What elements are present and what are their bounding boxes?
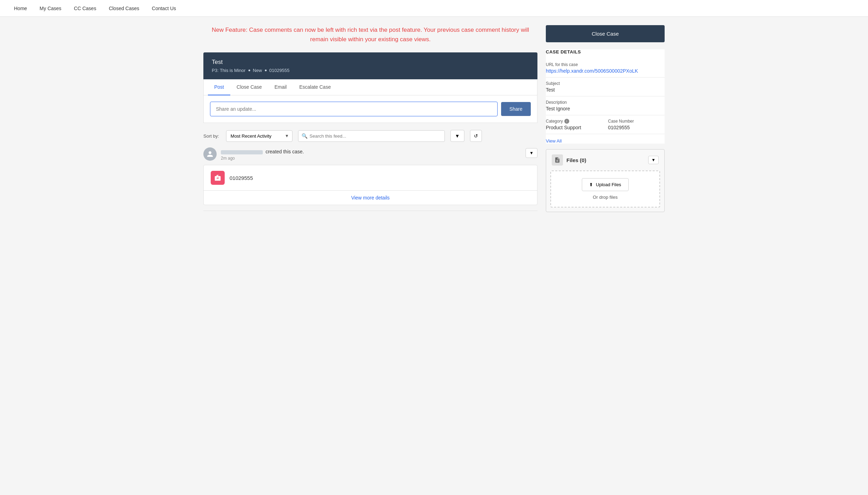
search-input[interactable] — [298, 130, 445, 142]
close-case-button[interactable]: Close Case — [546, 25, 665, 42]
search-icon: 🔍 — [302, 133, 308, 139]
page-container: New Feature: Case comments can now be le… — [189, 17, 679, 220]
subject-label: Subject — [546, 81, 665, 86]
refresh-button[interactable]: ↺ — [470, 130, 482, 142]
case-header: Test P3: This is Minor New 01029555 — [203, 52, 537, 79]
nav-contact-us[interactable]: Contact Us — [152, 6, 176, 11]
nav-closed-cases[interactable]: Closed Cases — [109, 6, 139, 11]
case-number-label: Case Number — [608, 119, 665, 124]
detail-description: Description Test Ignore — [546, 96, 665, 115]
case-number-value: 01029555 — [608, 125, 665, 130]
sort-select[interactable]: Most Recent Activity Oldest Activity — [226, 130, 292, 142]
avatar — [203, 147, 217, 161]
case-number-meta: 01029555 — [269, 68, 290, 73]
subject-value: Test — [546, 87, 665, 93]
view-more-link[interactable]: View more details — [351, 195, 390, 201]
nav-cc-cases[interactable]: CC Cases — [74, 6, 96, 11]
sort-label: Sort by: — [203, 133, 219, 139]
files-chevron-icon: ▼ — [651, 158, 656, 162]
upload-files-button[interactable]: ⬆ Upload Files — [582, 178, 628, 191]
description-label: Description — [546, 100, 665, 105]
dot-2 — [265, 70, 267, 71]
share-button[interactable]: Share — [501, 102, 531, 116]
drop-text: Or drop files — [558, 195, 652, 200]
search-wrapper: 🔍 — [298, 130, 445, 142]
upload-icon: ⬆ — [589, 182, 593, 187]
nav-home[interactable]: Home — [14, 6, 27, 11]
activity-dropdown-button[interactable]: ▼ — [526, 148, 537, 158]
case-card: 01029555 View more details — [203, 165, 537, 205]
dot-1 — [248, 70, 250, 71]
category-label: Category i — [546, 119, 602, 124]
files-title: Files (0) — [552, 154, 586, 166]
left-column: New Feature: Case comments can now be le… — [203, 25, 537, 212]
detail-category: Category i Product Support — [546, 119, 602, 130]
detail-case-number: Case Number 01029555 — [608, 119, 665, 130]
url-label: URL for this case — [546, 62, 665, 67]
files-dropzone[interactable]: ⬆ Upload Files Or drop files — [550, 170, 660, 208]
tabs: Post Close Case Email Escalate Case — [204, 79, 537, 95]
filter-icon: ▼ — [455, 133, 460, 139]
sort-select-wrapper: Most Recent Activity Oldest Activity ▼ — [226, 130, 292, 142]
case-status: New — [253, 68, 262, 73]
share-input[interactable] — [210, 102, 498, 116]
tab-escalate-case[interactable]: Escalate Case — [293, 79, 337, 95]
info-icon[interactable]: i — [564, 119, 569, 124]
case-title: Test — [212, 59, 529, 66]
navigation: Home My Cases CC Cases Closed Cases Cont… — [0, 0, 868, 17]
files-header: Files (0) ▼ — [546, 150, 664, 170]
activity-text: created this case. — [221, 147, 521, 154]
tab-email[interactable]: Email — [268, 79, 293, 95]
category-value: Product Support — [546, 125, 602, 130]
view-all-link[interactable]: View All — [546, 138, 665, 144]
feature-notice: New Feature: Case comments can now be le… — [203, 25, 537, 44]
detail-subject: Subject Test — [546, 78, 665, 96]
activity-dropdown-icon: ▼ — [529, 151, 534, 155]
case-card-body: 01029555 — [204, 165, 537, 190]
nav-my-cases[interactable]: My Cases — [39, 6, 61, 11]
activity-item: created this case. 2m ago ▼ — [203, 147, 537, 161]
tab-close-case[interactable]: Close Case — [230, 79, 268, 95]
case-number-card: 01029555 — [230, 175, 253, 181]
description-value: Test Ignore — [546, 106, 665, 111]
filter-button[interactable]: ▼ — [450, 130, 464, 142]
bottom-divider — [203, 211, 537, 211]
activity-action: created this case. — [266, 149, 304, 154]
case-details-title: CASE DETAILS — [546, 49, 665, 54]
activity-time: 2m ago — [221, 156, 521, 161]
detail-category-casenumber: Category i Product Support Case Number 0… — [546, 115, 665, 134]
detail-url: URL for this case https://help.xandr.com… — [546, 59, 665, 78]
activity-content: created this case. 2m ago — [221, 147, 521, 161]
files-panel: Files (0) ▼ ⬆ Upload Files Or drop files — [546, 149, 665, 212]
files-collapse-button[interactable]: ▼ — [648, 156, 659, 164]
sort-search-bar: Sort by: Most Recent Activity Oldest Act… — [203, 130, 537, 142]
refresh-icon: ↺ — [474, 133, 478, 139]
share-row: Share — [210, 102, 531, 116]
case-icon — [211, 171, 225, 185]
tab-content: Share — [204, 95, 537, 123]
tabs-container: Post Close Case Email Escalate Case Shar… — [203, 79, 537, 123]
right-column: Close Case CASE DETAILS URL for this cas… — [546, 25, 665, 212]
user-placeholder-bar — [221, 150, 263, 154]
tab-post[interactable]: Post — [208, 79, 230, 95]
case-details-panel: CASE DETAILS URL for this case https://h… — [546, 49, 665, 144]
case-priority: P3: This is Minor — [212, 68, 246, 73]
case-meta: P3: This is Minor New 01029555 — [212, 68, 529, 73]
files-icon — [552, 154, 563, 166]
url-value[interactable]: https://help.xandr.com/5006S00002PXoLK — [546, 68, 665, 74]
case-card-footer: View more details — [204, 190, 537, 205]
